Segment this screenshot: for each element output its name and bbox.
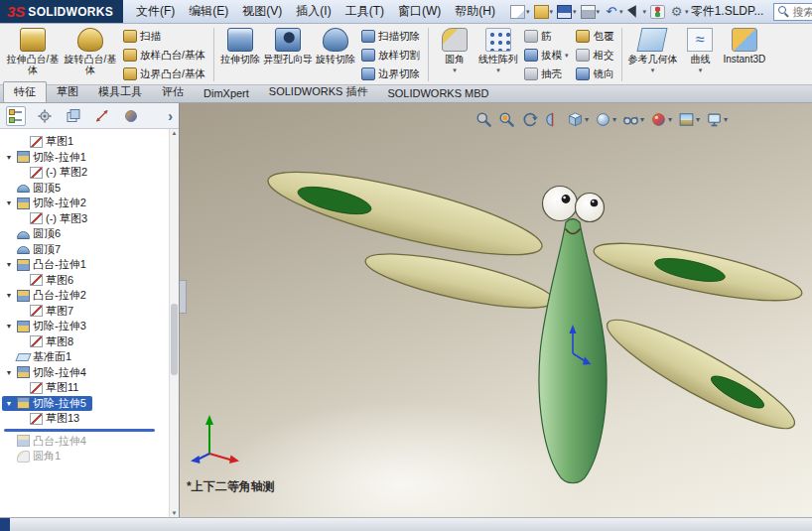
tab-sketch[interactable]: 草图 (47, 82, 88, 102)
tree-item[interactable]: (-) 草图2 (15, 165, 93, 181)
print-button[interactable]: ▾ (579, 4, 603, 20)
search-icon[interactable] (778, 6, 789, 17)
tree-item[interactable]: ▼凸台-拉伸2 (2, 288, 92, 304)
new-document-button[interactable]: ▾ (508, 4, 532, 20)
dragonfly-model[interactable] (180, 103, 812, 517)
lofted-boss-button[interactable]: 放样凸台/基体 (119, 46, 209, 65)
tree-item[interactable]: ▼切除-拉伸1 (2, 150, 92, 166)
tree-item[interactable]: 草图6 (15, 273, 79, 289)
menu-tools[interactable]: 工具(T) (338, 0, 391, 23)
display-style-button[interactable]: ▾ (593, 110, 618, 129)
tree-item[interactable]: (-) 草图3 (15, 211, 93, 227)
tree-item[interactable]: ▼切除-拉伸3 (2, 319, 92, 334)
previous-view-button[interactable] (519, 110, 540, 129)
expand-arrow-icon[interactable]: ▼ (4, 400, 14, 407)
apply-scene-button[interactable]: ▾ (676, 110, 702, 129)
expand-arrow-icon[interactable]: ▼ (4, 292, 14, 299)
rebuild-button[interactable] (648, 4, 667, 20)
search-input[interactable] (792, 6, 812, 18)
hide-show-items-button[interactable]: ▾ (620, 110, 646, 129)
linear-pattern-button[interactable]: 线性阵列▾ (476, 25, 520, 84)
menu-file[interactable]: 文件(F) (129, 0, 182, 23)
revolve-cut-button[interactable]: 旋转切除 (314, 25, 357, 84)
tree-item[interactable]: 草图8 (15, 334, 79, 350)
tree-scrollbar[interactable]: ▲ ▼ (169, 129, 179, 517)
zoom-fit-button[interactable] (474, 110, 494, 129)
tree-item[interactable]: ▼凸台-拉伸1 (2, 257, 92, 273)
tree-item[interactable]: 圆顶7 (2, 242, 67, 258)
rollback-bar[interactable] (4, 429, 155, 432)
fillet-button[interactable]: 圆角▾ (433, 25, 476, 84)
view-orientation-cube-icon (567, 111, 584, 128)
intersect-button[interactable]: 相交 (572, 46, 617, 65)
revolve-boss-button[interactable]: 旋转凸台/基体 (62, 25, 119, 84)
feature-manager-panel: › 草图1 ▼切除-拉伸1 (-) 草图2 圆顶5 ▼切除-拉伸2 (-) 草图… (0, 103, 180, 517)
graphics-viewport[interactable]: ▾ ▾ ▾ ▾ ▾ ▾ *上下二等角轴测 (180, 103, 812, 517)
menu-help[interactable]: 帮助(H) (448, 0, 502, 23)
tree-item[interactable]: ▼切除-拉伸4 (2, 365, 92, 381)
view-orientation-button[interactable]: ▾ (565, 110, 591, 129)
tab-dimxpert[interactable]: DimXpert (194, 85, 259, 102)
tree-item[interactable]: 草图11 (15, 380, 84, 396)
swept-cut-button[interactable]: 扫描切除 (357, 27, 424, 46)
menu-window[interactable]: 窗口(W) (391, 0, 448, 23)
hole-wizard-button[interactable]: 异型孔向导 (262, 25, 314, 84)
tab-evaluate[interactable]: 评估 (152, 82, 194, 102)
zoom-area-button[interactable] (496, 110, 517, 129)
expand-arrow-icon[interactable]: ▼ (4, 199, 14, 206)
edit-appearance-button[interactable]: ▾ (648, 110, 674, 129)
options-button[interactable]: ⚙▾ (667, 4, 691, 20)
shell-button[interactable]: 抽壳 (520, 65, 573, 83)
lofted-cut-button[interactable]: 放样切割 (357, 46, 424, 65)
configurationmanager-tab[interactable] (64, 106, 83, 126)
tree-item[interactable]: ▼切除-拉伸2 (2, 196, 92, 211)
tree-item[interactable]: 基准面1 (2, 349, 77, 365)
scroll-up-icon[interactable]: ▲ (170, 130, 179, 136)
menu-insert[interactable]: 插入(I) (289, 0, 338, 23)
undo-button[interactable]: ↶▾ (602, 4, 625, 20)
tree-item[interactable]: 草图1 (15, 134, 79, 150)
expand-arrow-icon[interactable]: ▼ (4, 323, 14, 330)
menu-view[interactable]: 视图(V) (235, 0, 289, 23)
scrollbar-thumb[interactable] (171, 304, 178, 375)
tree-item[interactable]: 圆顶5 (2, 181, 67, 197)
extrude-cut-button[interactable]: 拉伸切除 (218, 25, 262, 84)
panel-splitter[interactable] (180, 280, 187, 314)
tree-item[interactable]: 圆顶6 (2, 226, 67, 242)
boundary-cut-button[interactable]: 边界切除 (357, 65, 424, 83)
expand-arrow-icon[interactable]: ▼ (4, 154, 14, 161)
save-button[interactable]: ▾ (555, 4, 579, 20)
view-settings-button[interactable]: ▾ (704, 110, 730, 129)
tree-item[interactable]: 草图7 (15, 304, 79, 320)
section-view-button[interactable] (542, 110, 563, 129)
draft-button[interactable]: 拔模▾ (520, 46, 573, 65)
scroll-down-icon[interactable]: ▼ (170, 510, 179, 516)
tree-item[interactable]: 草图13 (15, 411, 85, 427)
tree-item[interactable]: 圆角1 (2, 449, 67, 465)
rib-button[interactable]: 筋 (520, 27, 573, 46)
instant3d-button[interactable]: Instant3D (722, 25, 766, 84)
expand-arrow-icon[interactable]: ▼ (4, 261, 14, 268)
curves-button[interactable]: ≈曲线▾ (678, 25, 722, 84)
dimxpertmanager-tab[interactable] (92, 106, 112, 126)
tab-features[interactable]: 特征 (3, 81, 47, 102)
extrude-boss-button[interactable]: 拉伸凸台/基体 (4, 25, 62, 84)
tree-item[interactable]: 凸台-拉伸4 (2, 434, 92, 450)
wrap-button[interactable]: 包覆 (572, 27, 617, 46)
swept-boss-button[interactable]: 扫描 (119, 27, 209, 46)
tab-mold-tools[interactable]: 模具工具 (88, 82, 152, 102)
tab-solidworks-addins[interactable]: SOLIDWORKS 插件 (259, 82, 378, 102)
tab-solidworks-mbd[interactable]: SOLIDWORKS MBD (377, 85, 498, 102)
expand-arrow-icon[interactable]: ▼ (4, 369, 14, 376)
expand-panel-icon[interactable]: › (168, 109, 173, 123)
featuremanager-tab[interactable] (6, 106, 26, 126)
propertymanager-tab[interactable] (35, 106, 55, 126)
displaymanager-tab[interactable] (121, 106, 141, 126)
menu-edit[interactable]: 编辑(E) (182, 0, 235, 23)
select-button[interactable]: ▾ (625, 5, 649, 19)
open-button[interactable]: ▾ (532, 4, 556, 20)
tree-item-selected[interactable]: ▼切除-拉伸5 (2, 396, 92, 412)
boundary-boss-button[interactable]: 边界凸台/基体 (119, 65, 209, 83)
mirror-button[interactable]: 镜向 (572, 65, 617, 83)
reference-geometry-button[interactable]: 参考几何体▾ (626, 25, 678, 84)
